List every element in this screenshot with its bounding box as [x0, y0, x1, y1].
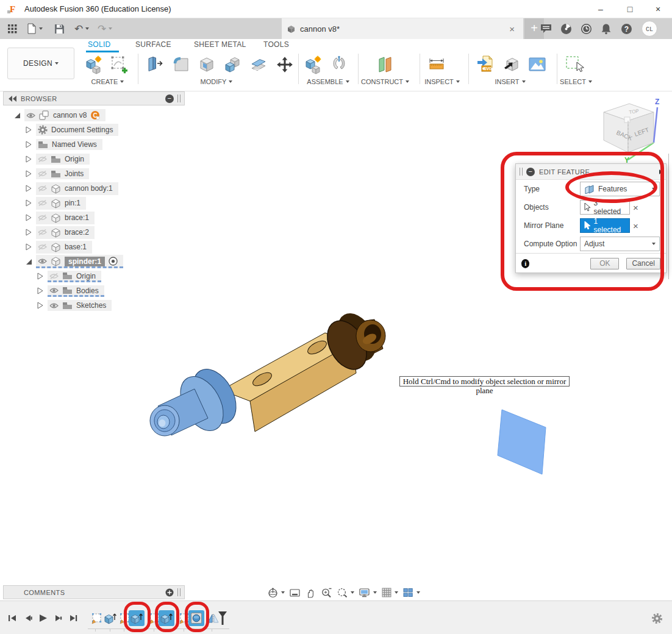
- mirror-plane-face[interactable]: [498, 410, 546, 474]
- collapsed-arrow-icon[interactable]: [25, 126, 32, 134]
- compute-option-dropdown[interactable]: Adjust: [580, 237, 660, 251]
- eye-visible-icon[interactable]: [38, 258, 47, 265]
- avatar[interactable]: CL: [639, 18, 660, 39]
- dialog-drag-handle[interactable]: [520, 168, 523, 176]
- modify-group-label[interactable]: MODIFY: [192, 78, 241, 85]
- panel-drag-handle[interactable]: [177, 94, 181, 102]
- eye-hidden-icon[interactable]: [38, 199, 47, 207]
- insert-group-label[interactable]: INSERT: [488, 78, 532, 85]
- collapsed-arrow-icon[interactable]: [25, 170, 32, 177]
- workspace-selector[interactable]: DESIGN: [7, 48, 74, 79]
- browser-item-base-1[interactable]: base:1: [25, 240, 92, 254]
- help-icon[interactable]: ?: [617, 18, 635, 39]
- tab-close-icon[interactable]: ×: [506, 24, 518, 34]
- go-to-end-button[interactable]: [68, 613, 79, 623]
- redo-icon[interactable]: ↷: [95, 18, 115, 39]
- measure-tool-icon[interactable]: [427, 55, 446, 74]
- insert-derive-tool-icon[interactable]: [502, 55, 521, 74]
- offset-face-tool-icon[interactable]: [249, 55, 268, 74]
- browser-panel-header[interactable]: BROWSER −: [3, 91, 185, 105]
- panel-minimize-icon[interactable]: −: [165, 94, 174, 103]
- construct-group-label[interactable]: CONSTRUCT: [354, 78, 416, 85]
- canvas-tool-icon[interactable]: [528, 55, 546, 74]
- orbit-icon[interactable]: [267, 587, 285, 599]
- minimize-button[interactable]: –: [590, 1, 611, 17]
- select-tool-icon[interactable]: [565, 55, 585, 74]
- comments-panel-header[interactable]: COMMENTS: [3, 585, 185, 599]
- eye-hidden-icon[interactable]: [38, 229, 47, 236]
- app-grid-icon[interactable]: [5, 18, 20, 39]
- timeline-position-marker[interactable]: [215, 610, 231, 626]
- viewports-icon[interactable]: [402, 587, 420, 598]
- maximize-button[interactable]: □: [620, 1, 640, 17]
- eye-visible-icon[interactable]: [49, 302, 59, 309]
- timeline-settings-gear-icon[interactable]: [651, 613, 663, 624]
- zoom-window-icon[interactable]: [337, 587, 354, 599]
- expanded-arrow-icon[interactable]: [25, 258, 32, 265]
- extensions-icon[interactable]: [557, 18, 575, 39]
- browser-item-brace-2[interactable]: brace:2: [25, 225, 95, 240]
- browser-item-spinder-1[interactable]: spinder:1: [25, 254, 123, 269]
- browser-item-pin-1[interactable]: pin:1: [25, 196, 86, 210]
- comments-icon[interactable]: [537, 18, 555, 39]
- eye-hidden-icon[interactable]: [38, 170, 47, 177]
- step-forward-button[interactable]: [53, 613, 63, 623]
- display-settings-icon[interactable]: [359, 587, 377, 599]
- dialog-header[interactable]: − EDIT FEATURE: [516, 164, 666, 180]
- notifications-bell-icon[interactable]: [597, 18, 615, 39]
- save-icon[interactable]: [52, 18, 66, 39]
- insert-svg-tool-icon[interactable]: SVG: [476, 55, 495, 74]
- browser-item-joints[interactable]: Joints: [25, 166, 89, 181]
- collapse-panel-icon[interactable]: [9, 96, 17, 102]
- eye-hidden-icon[interactable]: [38, 243, 47, 251]
- eye-visible-icon[interactable]: [26, 112, 35, 119]
- create-sketch-tool-icon[interactable]: [110, 55, 128, 74]
- timeline-extrude-feature-highlighted[interactable]: [159, 610, 174, 626]
- zoom-icon[interactable]: [321, 587, 332, 599]
- eye-hidden-icon[interactable]: [38, 185, 47, 192]
- eye-hidden-icon[interactable]: [38, 155, 47, 163]
- add-comment-icon[interactable]: [165, 588, 174, 597]
- pan-hand-icon[interactable]: [305, 587, 316, 599]
- browser-item-spinder-sketches[interactable]: Sketches: [37, 298, 112, 313]
- collapsed-arrow-icon[interactable]: [25, 141, 32, 148]
- expanded-arrow-icon[interactable]: [13, 112, 21, 119]
- browser-item-spinder-origin[interactable]: Origin: [37, 269, 101, 283]
- browser-item-brace-1[interactable]: brace:1: [25, 210, 95, 225]
- assemble-group-label[interactable]: ASSEMBLE: [301, 78, 356, 85]
- cancel-button[interactable]: Cancel: [626, 258, 660, 269]
- collapsed-arrow-icon[interactable]: [25, 214, 32, 221]
- collapsed-arrow-icon[interactable]: [25, 199, 32, 207]
- browser-item-cannon-body-1[interactable]: cannon body:1: [25, 181, 118, 196]
- tab-tools[interactable]: TOOLS: [263, 40, 289, 49]
- activate-component-radio[interactable]: [109, 257, 118, 266]
- collapsed-arrow-icon[interactable]: [25, 185, 32, 192]
- browser-item-cannon-v8[interactable]: cannon v8 C: [13, 108, 105, 123]
- undo-icon[interactable]: ↶: [72, 18, 91, 39]
- step-back-button[interactable]: [23, 613, 34, 623]
- job-status-clock-icon[interactable]: [577, 18, 595, 39]
- play-button[interactable]: [38, 613, 48, 623]
- combine-tool-icon[interactable]: [224, 55, 242, 74]
- new-component-tool-icon[interactable]: [304, 55, 323, 74]
- mirror-plane-select-button[interactable]: 1 selected: [580, 218, 630, 233]
- collapsed-arrow-icon[interactable]: [25, 243, 32, 251]
- document-tab[interactable]: cannon v8* ×: [282, 18, 523, 39]
- select-group-label[interactable]: SELECT: [554, 78, 598, 85]
- panel-drag-handle[interactable]: [177, 588, 181, 596]
- eye-hidden-icon[interactable]: [38, 214, 47, 221]
- fillet-tool-icon[interactable]: [172, 55, 190, 74]
- dialog-minimize-icon[interactable]: −: [526, 168, 535, 176]
- browser-item-named-views[interactable]: Named Views: [25, 137, 102, 152]
- look-at-icon[interactable]: [289, 587, 301, 599]
- objects-select-button[interactable]: 3 selected: [580, 200, 630, 215]
- tab-solid[interactable]: SOLID: [88, 40, 111, 49]
- move-tool-icon[interactable]: [276, 55, 294, 74]
- eye-visible-icon[interactable]: [49, 287, 59, 294]
- new-body-tool-icon[interactable]: [85, 55, 103, 74]
- inspect-group-label[interactable]: INSPECT: [418, 78, 466, 85]
- create-group-label[interactable]: CREATE: [85, 78, 130, 85]
- press-pull-tool-icon[interactable]: [145, 55, 163, 74]
- collapsed-arrow-icon[interactable]: [37, 272, 44, 280]
- info-icon[interactable]: i: [521, 259, 529, 268]
